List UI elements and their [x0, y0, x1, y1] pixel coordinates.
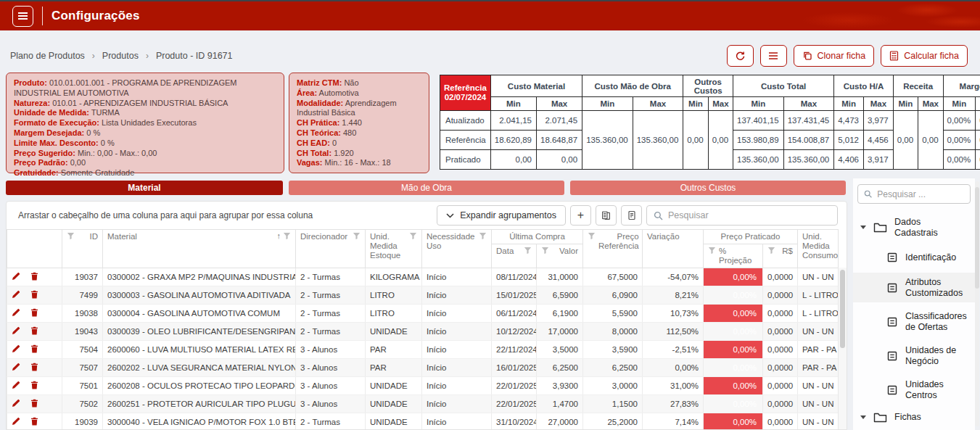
col-necessidade-uso[interactable]: Necessidade Uso [422, 230, 492, 268]
filter-icon[interactable] [283, 232, 291, 240]
refresh-button[interactable] [727, 45, 754, 67]
cell-necessidade: Início [422, 413, 492, 430]
tree-folder-fichas[interactable]: Fichas [853, 409, 975, 426]
filter-icon[interactable] [353, 232, 361, 240]
cell-projecao[interactable]: 0,00% [704, 395, 763, 413]
col-projecao[interactable]: % Projeção [704, 244, 763, 268]
cell-valor: 6,5900 [537, 286, 583, 305]
edit-row-button[interactable] [12, 308, 20, 317]
col-direcionador[interactable]: Direcionador [296, 230, 366, 268]
info-value: 010.01.001.001 - PROGRAMA DE APRENDIZAGE… [14, 78, 237, 97]
expand-groups-button[interactable]: Expandir agrupamentos [437, 205, 566, 226]
tree-folder-dados-cadastrais[interactable]: Dados Cadastrais [853, 214, 975, 241]
sidebar-search-input[interactable] [877, 189, 964, 199]
calculate-ficha-button[interactable]: Calcular ficha [881, 45, 968, 67]
info-line: CH Prática: 1.440 [297, 118, 421, 128]
add-row-button[interactable]: + [570, 205, 591, 226]
col-unid-medida-consumo[interactable]: Unid. Medida Consumo [798, 230, 839, 268]
edit-row-button[interactable] [12, 272, 20, 281]
tab-material[interactable]: Material [6, 181, 283, 195]
redaction-smudge [741, 1, 980, 30]
export-button[interactable] [621, 205, 642, 226]
delete-row-button[interactable] [30, 272, 38, 281]
cell-projecao[interactable]: 0,00% [704, 377, 763, 395]
info-value: 1.920 [334, 149, 354, 157]
cell-projecao[interactable]: 0,00% [704, 286, 763, 305]
tab-mao-de-obra[interactable]: Mão de Obra [289, 181, 564, 195]
delete-row-button[interactable] [30, 290, 38, 299]
grid-search-input[interactable] [668, 210, 831, 220]
breadcrumb: Plano de Produtos › Produtos › Produto -… [10, 51, 233, 61]
breadcrumb-separator: › [92, 51, 95, 61]
cell-projecao[interactable]: 0,00% [704, 359, 763, 377]
edit-icon [12, 381, 20, 389]
filter-icon[interactable] [767, 247, 775, 255]
delete-row-button[interactable] [30, 399, 38, 408]
tree-item-unidades-de-neg-cio[interactable]: Unidades de Negócio [853, 341, 975, 371]
delete-row-button[interactable] [30, 326, 38, 335]
cell-projecao[interactable]: 0,00% [704, 323, 763, 341]
tree-item-classificadores-de-ofertas[interactable]: Classificadores de Ofertas [853, 307, 975, 336]
col-material[interactable]: Material ↑ [103, 230, 296, 268]
choose-columns-button[interactable] [596, 205, 617, 226]
edit-row-button[interactable] [12, 290, 20, 299]
delete-row-button[interactable] [30, 381, 38, 389]
tree-expander-icon[interactable] [860, 226, 866, 229]
chevron-down-icon [446, 213, 454, 218]
col-id[interactable]: ID [62, 230, 103, 268]
delete-row-button[interactable] [30, 308, 38, 317]
cost-cell: 0,00 [893, 111, 918, 170]
edit-row-button[interactable] [12, 326, 20, 335]
clone-ficha-button[interactable]: Clonar ficha [794, 45, 875, 67]
page-scrollbar[interactable] [975, 181, 979, 426]
group-by-hint: Arrastar o cabeçalho de uma coluna para … [18, 210, 313, 220]
grid-toolbar-controls: Expandir agrupamentos + [437, 205, 838, 226]
tree-item-atributos-customizados[interactable]: Atributos Customizados [853, 273, 975, 302]
hamburger-menu-button[interactable] [12, 6, 33, 27]
filter-icon[interactable] [541, 247, 549, 255]
col-preco-referencia[interactable]: Preço Referência [583, 230, 643, 268]
info-label: Modalidade: [297, 99, 343, 107]
edit-icon [12, 344, 20, 353]
cost-cell: 2.041,15 [490, 111, 536, 131]
filter-icon[interactable] [524, 247, 532, 255]
breadcrumb-item-plano[interactable]: Plano de Produtos [10, 51, 85, 61]
filter-icon[interactable] [588, 232, 596, 240]
cell-preco-referencia: 5,5900 [583, 305, 643, 323]
filter-icon[interactable] [67, 232, 75, 240]
cell-direcionador: 2 - Turmas [296, 268, 366, 286]
delete-row-button[interactable] [30, 417, 38, 426]
filter-icon[interactable] [708, 247, 716, 255]
breadcrumb-item-produtos[interactable]: Produtos [102, 51, 139, 61]
edit-row-button[interactable] [12, 363, 20, 371]
cell-projecao[interactable]: 0,00% [704, 305, 763, 323]
col-rs[interactable]: R$ [763, 244, 798, 268]
cell-projecao[interactable]: 0,00% [704, 413, 763, 430]
col-unid-medida-estoque[interactable]: Unid. Medida Estoque [366, 230, 422, 268]
tab-outros-custos[interactable]: Outros Custos [570, 181, 846, 195]
more-options-button[interactable] [760, 45, 787, 67]
col-margem: Margem [943, 75, 980, 97]
page-scrollbar-thumb[interactable] [975, 187, 979, 289]
delete-row-button[interactable] [30, 363, 38, 371]
cell-projecao[interactable]: 0,00% [704, 341, 763, 359]
cell-direcionador: 3 - Alunos [296, 395, 366, 413]
edit-row-button[interactable] [12, 381, 20, 389]
edit-row-button[interactable] [12, 344, 20, 353]
grid-scrollbar-thumb[interactable] [840, 270, 845, 348]
delete-row-button[interactable] [30, 344, 38, 353]
col-data[interactable]: Data [492, 244, 537, 268]
filter-icon[interactable] [409, 232, 417, 240]
grid-vertical-scrollbar[interactable] [838, 268, 847, 429]
tree-item-unidades-centros[interactable]: Unidades Centros [853, 375, 975, 405]
filter-icon[interactable] [479, 232, 487, 240]
edit-row-button[interactable] [12, 399, 20, 408]
col-valor[interactable]: Valor [537, 244, 583, 268]
col-variacao[interactable]: Variação [643, 230, 704, 268]
tree-item-identifica-o[interactable]: Identificação [853, 247, 975, 268]
folder-icon [873, 222, 887, 233]
tree-expander-icon[interactable] [860, 415, 866, 419]
cell-valor: 31,0000 [537, 268, 583, 286]
cell-projecao[interactable]: 0,00% [704, 268, 763, 286]
edit-row-button[interactable] [12, 417, 20, 426]
